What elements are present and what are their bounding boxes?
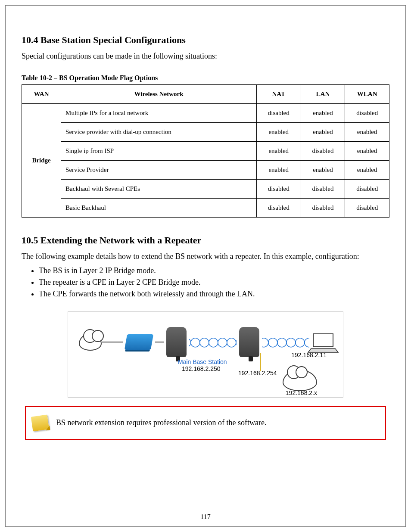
table-row: Service Provider enabled enabled enabled: [22, 161, 389, 180]
cell-wlan: enabled: [345, 142, 389, 161]
cell-nat: enabled: [256, 142, 301, 161]
cell-lan: enabled: [301, 161, 345, 180]
network-diagram: ◯◯◯◯◯◯◯◯◯ ◯◯◯◯◯◯◯◯ Main Base Station 192…: [68, 311, 343, 398]
th-wlan: WLAN: [345, 85, 389, 104]
note-box: BS network extension requires profession…: [25, 406, 386, 440]
cell-scenario: Multiple IPs for a local network: [61, 104, 257, 123]
cell-lan: disabled: [301, 180, 345, 199]
cell-scenario: Single ip from ISP: [61, 142, 257, 161]
table-row: Basic Backhaul disabled disabled disable…: [22, 199, 389, 218]
wireless-link-icon: ◯◯◯◯◯◯◯◯: [262, 336, 309, 348]
cell-lan: disabled: [301, 142, 345, 161]
client-ip-label: 192.168.2.11: [291, 352, 327, 358]
page-number: 117: [0, 513, 411, 521]
link-line: [155, 342, 164, 342]
main-bs-ip-label: 192.168.2.250: [182, 365, 221, 372]
cell-wlan: enabled: [345, 123, 389, 142]
section-heading-10-5: 10.5 Extending the Network with a Repeat…: [22, 235, 389, 246]
intro-paragraph: Special configurations can be made in th…: [22, 51, 389, 61]
config-table: WAN Wireless Network NAT LAN WLAN Bridge…: [22, 84, 389, 218]
row-group-bridge: Bridge: [22, 104, 61, 218]
note-text: BS network extension requires profession…: [56, 417, 266, 429]
cell-nat: disabled: [256, 199, 301, 218]
table-row: Service provider with dial-up connection…: [22, 123, 389, 142]
cell-wlan: disabled: [345, 199, 389, 218]
cell-scenario: Service Provider: [61, 161, 257, 180]
link-line: [102, 342, 123, 342]
cell-nat: enabled: [256, 123, 301, 142]
table-header-row: WAN Wireless Network NAT LAN WLAN: [22, 85, 389, 104]
cell-nat: enabled: [256, 161, 301, 180]
cell-nat: disabled: [256, 104, 301, 123]
section-10-5-intro: The following example details how to ext…: [22, 251, 389, 261]
list-item: The BS is in Layer 2 IP Bridge mode.: [39, 266, 389, 275]
wireless-link-icon: ◯◯◯◯◯◯◯◯◯: [189, 336, 237, 348]
section-heading-10-4: 10.4 Base Station Special Configurations: [22, 34, 389, 46]
lan-ip-label: 192.168.2.x: [286, 389, 317, 396]
th-nat: NAT: [256, 85, 301, 104]
th-wan: WAN: [22, 85, 61, 104]
cell-lan: disabled: [301, 199, 345, 218]
cell-wlan: enabled: [345, 161, 389, 180]
note-icon: [31, 414, 49, 431]
list-item: The repeater is a CPE in Layer 2 CPE Bri…: [39, 278, 389, 287]
repeater-ip-label: 192.168.2.254: [238, 370, 277, 376]
main-bs-title-label: Main Base Station: [178, 358, 227, 365]
cell-wlan: disabled: [345, 180, 389, 199]
laptop-icon: [309, 333, 332, 351]
cell-nat: disabled: [256, 180, 301, 199]
th-lan: LAN: [301, 85, 345, 104]
switch-icon: [125, 334, 154, 350]
table-row: Backhaul with Several CPEs disabled disa…: [22, 180, 389, 199]
cell-scenario: Basic Backhaul: [61, 199, 257, 218]
table-row: Single ip from ISP enabled disabled enab…: [22, 142, 389, 161]
th-wireless: Wireless Network: [61, 85, 257, 104]
table-row: Bridge Multiple IPs for a local network …: [22, 104, 389, 123]
table-caption: Table 10-2 – BS Operation Mode Flag Opti…: [22, 74, 389, 82]
cell-lan: enabled: [301, 104, 345, 123]
cell-scenario: Backhaul with Several CPEs: [61, 180, 257, 199]
cell-scenario: Service provider with dial-up connection: [61, 123, 257, 142]
lan-cloud-icon: [283, 370, 317, 391]
internet-cloud-icon: [79, 333, 102, 351]
config-bullets: The BS is in Layer 2 IP Bridge mode. The…: [39, 266, 389, 299]
repeater-icon: [239, 327, 259, 357]
base-station-icon: [166, 327, 187, 357]
cell-wlan: disabled: [345, 104, 389, 123]
lan-link-line: [260, 353, 261, 371]
cell-lan: enabled: [301, 123, 345, 142]
list-item: The CPE forwards the network both wirele…: [39, 289, 389, 299]
